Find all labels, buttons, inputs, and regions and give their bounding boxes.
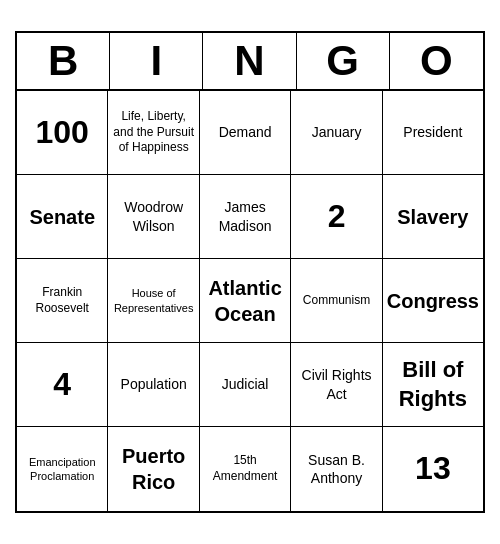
bingo-cell-20: Emancipation Proclamation [17, 427, 108, 511]
bingo-cell-11: House of Representatives [108, 259, 199, 343]
bingo-cell-13: Communism [291, 259, 382, 343]
bingo-cell-5: Senate [17, 175, 108, 259]
bingo-cell-24: 13 [383, 427, 483, 511]
bingo-letter-n: N [203, 33, 296, 89]
bingo-header: BINGO [17, 33, 483, 91]
bingo-grid: 100Life, Liberty, and the Pursuit of Hap… [17, 91, 483, 511]
bingo-cell-4: President [383, 91, 483, 175]
bingo-cell-3: January [291, 91, 382, 175]
bingo-letter-g: G [297, 33, 390, 89]
bingo-cell-2: Demand [200, 91, 291, 175]
bingo-cell-12: Atlantic Ocean [200, 259, 291, 343]
bingo-card: BINGO 100Life, Liberty, and the Pursuit … [15, 31, 485, 513]
bingo-cell-0: 100 [17, 91, 108, 175]
bingo-cell-17: Judicial [200, 343, 291, 427]
bingo-cell-9: Slavery [383, 175, 483, 259]
bingo-cell-7: James Madison [200, 175, 291, 259]
bingo-cell-16: Population [108, 343, 199, 427]
bingo-cell-1: Life, Liberty, and the Pursuit of Happin… [108, 91, 199, 175]
bingo-cell-14: Congress [383, 259, 483, 343]
bingo-cell-15: 4 [17, 343, 108, 427]
bingo-letter-b: B [17, 33, 110, 89]
bingo-cell-18: Civil Rights Act [291, 343, 382, 427]
bingo-letter-i: I [110, 33, 203, 89]
bingo-cell-21: Puerto Rico [108, 427, 199, 511]
bingo-cell-19: Bill of Rights [383, 343, 483, 427]
bingo-cell-6: Woodrow Wilson [108, 175, 199, 259]
bingo-letter-o: O [390, 33, 483, 89]
bingo-cell-8: 2 [291, 175, 382, 259]
bingo-cell-23: Susan B. Anthony [291, 427, 382, 511]
bingo-cell-10: Frankin Roosevelt [17, 259, 108, 343]
bingo-cell-22: 15th Amendment [200, 427, 291, 511]
